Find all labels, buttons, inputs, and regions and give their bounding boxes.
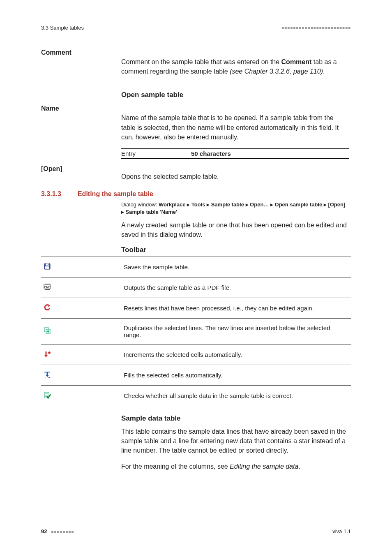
svg-marker-16	[44, 355, 48, 357]
svg-rect-2	[48, 264, 48, 265]
svg-text:PDF: PDF	[44, 285, 51, 289]
svg-point-10	[45, 308, 46, 310]
section-number: 3.3.1.3	[41, 190, 61, 198]
reset-icon[interactable]	[44, 304, 51, 311]
entry-label: Entry	[121, 150, 191, 157]
section-title: Editing the sample table	[78, 190, 153, 198]
toolbar-row-reset: Resets lines that have been processed, i…	[41, 298, 351, 318]
toolbar-row-save: Saves the sample table.	[41, 257, 351, 277]
increment-icon[interactable]	[44, 350, 51, 358]
section-path: 3.3 Sample tables	[41, 25, 84, 31]
toolbar-desc: Increments the selected cells automatica…	[121, 344, 351, 365]
open-text: Opens the selected sample table.	[121, 172, 349, 181]
pdf-icon[interactable]: PDF	[44, 283, 51, 291]
comment-label: Comment	[41, 49, 121, 56]
comment-block: Comment Comment on the sample table that…	[41, 47, 351, 83]
entry-value: 50 characters	[191, 150, 231, 157]
toolbar-row-pdf: PDF Outputs the sample table as a PDF fi…	[41, 277, 351, 298]
editing-intro: A newly created sample table or one that…	[121, 220, 349, 239]
toolbar-heading: Toolbar	[121, 246, 349, 254]
sample-data-table-p2: For the meaning of the columns, see Edit…	[121, 462, 349, 471]
dialog-path: Dialog window: Workplace ▸ Tools ▸ Sampl…	[121, 201, 349, 216]
open-label: [Open]	[41, 165, 121, 173]
toolbar-table: Saves the sample table. PDF Outputs the …	[41, 257, 351, 406]
sample-data-table-heading: Sample data table	[121, 414, 349, 423]
svg-point-4	[46, 268, 46, 269]
toolbar-desc: Outputs the sample table as a PDF file.	[121, 277, 351, 298]
toolbar-row-duplicate: Duplicates the selected lines. The new l…	[41, 318, 351, 344]
document-page: 3.3 Sample tables ■■■■■■■■■■■■■■■■■■■■■■…	[0, 0, 392, 555]
open-block: [Open] Opens the selected sample table.	[41, 164, 351, 181]
duplicate-icon[interactable]	[44, 327, 51, 334]
toolbar-desc: Duplicates the selected lines. The new l…	[121, 318, 351, 344]
sample-data-table-block: Sample data table This table contains th…	[41, 414, 351, 478]
sample-data-table-p1: This table contains the sample data line…	[121, 427, 349, 456]
open-sample-table-heading: Open sample table	[121, 91, 349, 99]
footer-dots: ■■■■■■■■	[51, 530, 74, 534]
open-sample-table-block: Open sample table	[41, 91, 351, 103]
toolbar-row-fill: Fills the selected cells automatically.	[41, 365, 351, 385]
page-number-block: 92 ■■■■■■■■	[41, 528, 74, 534]
comment-text: Comment on the sample table that was ent…	[121, 57, 349, 76]
name-label: Name	[41, 105, 121, 112]
entry-line: Entry 50 characters	[121, 148, 349, 159]
page-header: 3.3 Sample tables ■■■■■■■■■■■■■■■■■■■■■■…	[41, 25, 351, 31]
name-block: Name Name of the sample table that is to…	[41, 103, 351, 159]
toolbar-desc: Checks whether all sample data in the sa…	[121, 385, 351, 406]
name-text: Name of the sample table that is to be o…	[121, 113, 349, 142]
check-icon[interactable]	[44, 391, 51, 399]
page-number: 92	[41, 528, 47, 534]
toolbar-row-check: Checks whether all sample data in the sa…	[41, 385, 351, 406]
dialog-path-row: Dialog window: Workplace ▸ Tools ▸ Sampl…	[41, 201, 351, 255]
svg-marker-21	[46, 375, 49, 377]
save-icon[interactable]	[44, 263, 51, 270]
toolbar-desc: Resets lines that have been processed, i…	[121, 298, 351, 318]
page-footer: 92 ■■■■■■■■ viva 1.1	[41, 528, 351, 534]
footer-version: viva 1.1	[332, 528, 351, 534]
toolbar-desc: Fills the selected cells automatically.	[121, 365, 351, 385]
header-dots: ■■■■■■■■■■■■■■■■■■■■■■■■	[281, 25, 351, 30]
toolbar-desc: Saves the sample table.	[121, 257, 351, 277]
fill-icon[interactable]	[44, 371, 51, 378]
editing-heading-row: 3.3.1.3 Editing the sample table	[41, 190, 351, 198]
toolbar-row-increment: Increments the selected cells automatica…	[41, 344, 351, 365]
